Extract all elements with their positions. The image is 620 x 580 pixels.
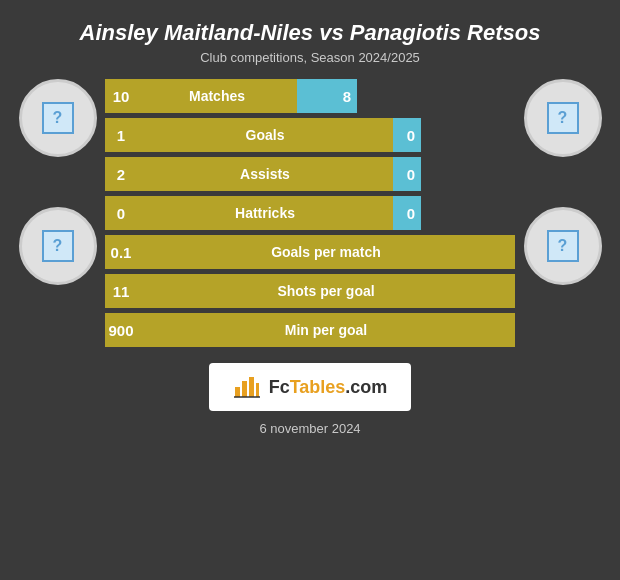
stat-left-value: 0.1 bbox=[105, 244, 137, 261]
stat-label: Hattricks bbox=[137, 205, 393, 221]
stat-right-value: 0 bbox=[407, 127, 415, 144]
left-avatar-bottom: ? bbox=[19, 207, 97, 285]
logo-area: FcTables.com bbox=[209, 363, 412, 411]
stat-row: 900 Min per goal bbox=[105, 313, 515, 347]
logo-tables: Tables bbox=[290, 377, 346, 397]
stats-area: 10 Matches 8 1 Goals 0 2 Assists bbox=[105, 79, 515, 347]
svg-rect-3 bbox=[256, 383, 259, 397]
stat-label: Goals bbox=[137, 127, 393, 143]
stat-bar-right: 8 bbox=[297, 79, 357, 113]
stat-label: Min per goal bbox=[137, 322, 515, 338]
right-avatars: ? ? bbox=[515, 79, 610, 285]
stat-bar-full: 11 Shots per goal bbox=[105, 274, 515, 308]
stat-left-value: 0 bbox=[105, 205, 137, 222]
logo-fc: Fc bbox=[269, 377, 290, 397]
stat-left-value: 1 bbox=[105, 127, 137, 144]
left-avatar-bottom-placeholder: ? bbox=[42, 230, 74, 262]
stat-bar-full: 0.1 Goals per match bbox=[105, 235, 515, 269]
stat-bar-left: 2 Assists bbox=[105, 157, 393, 191]
stat-left-value: 10 bbox=[105, 88, 137, 105]
stat-right-value: 0 bbox=[407, 205, 415, 222]
stat-right-value: 8 bbox=[343, 88, 351, 105]
logo-text: FcTables.com bbox=[269, 377, 388, 398]
page-title: Ainsley Maitland-Niles vs Panagiotis Ret… bbox=[60, 10, 561, 50]
stat-right-value: 0 bbox=[407, 166, 415, 183]
stat-bar-right: 0 bbox=[393, 157, 421, 191]
stat-label: Matches bbox=[137, 88, 297, 104]
stat-left-value: 2 bbox=[105, 166, 137, 183]
stat-row: 1 Goals 0 bbox=[105, 118, 515, 152]
svg-rect-0 bbox=[235, 387, 240, 397]
left-avatar-top-placeholder: ? bbox=[42, 102, 74, 134]
stat-row: 11 Shots per goal bbox=[105, 274, 515, 308]
page-subtitle: Club competitions, Season 2024/2025 bbox=[200, 50, 420, 65]
stat-row: 2 Assists 0 bbox=[105, 157, 515, 191]
stat-row: 10 Matches 8 bbox=[105, 79, 515, 113]
right-avatar-bottom: ? bbox=[524, 207, 602, 285]
svg-rect-1 bbox=[242, 381, 247, 397]
stat-label: Shots per goal bbox=[137, 283, 515, 299]
logo-icon bbox=[233, 373, 261, 401]
stat-row: 0 Hattricks 0 bbox=[105, 196, 515, 230]
stat-bar-full: 900 Min per goal bbox=[105, 313, 515, 347]
right-avatar-top: ? bbox=[524, 79, 602, 157]
right-avatar-bottom-placeholder: ? bbox=[547, 230, 579, 262]
stat-label: Goals per match bbox=[137, 244, 515, 260]
stat-bar-right: 0 bbox=[393, 196, 421, 230]
right-avatar-top-placeholder: ? bbox=[547, 102, 579, 134]
svg-rect-2 bbox=[249, 377, 254, 397]
left-avatar-top: ? bbox=[19, 79, 97, 157]
stat-bar-right: 0 bbox=[393, 118, 421, 152]
stat-left-value: 11 bbox=[105, 283, 137, 300]
stat-row: 0.1 Goals per match bbox=[105, 235, 515, 269]
stat-left-value: 900 bbox=[105, 322, 137, 339]
stat-label: Assists bbox=[137, 166, 393, 182]
logo-com: .com bbox=[345, 377, 387, 397]
stat-bar-left: 10 Matches bbox=[105, 79, 297, 113]
left-avatars: ? ? bbox=[10, 79, 105, 285]
stat-bar-left: 0 Hattricks bbox=[105, 196, 393, 230]
stat-bar-left: 1 Goals bbox=[105, 118, 393, 152]
date-text: 6 november 2024 bbox=[259, 421, 360, 436]
